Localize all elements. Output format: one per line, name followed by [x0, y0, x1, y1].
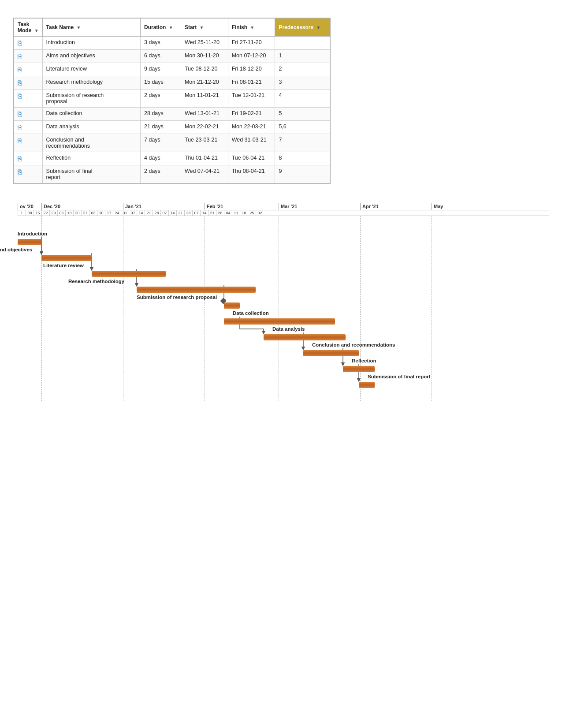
- finish-cell: Tue 06-04-21: [228, 152, 275, 165]
- predecessors-cell: [275, 37, 330, 50]
- gantt-body: IntroductionAims and objectivesLiteratur…: [18, 216, 449, 401]
- duration-cell: 2 days: [141, 90, 181, 108]
- table-row: ⎘Literature review9 daysTue 08-12-20Fri …: [14, 63, 330, 76]
- start-cell: Mon 30-11-20: [181, 50, 228, 63]
- gantt-bar: [303, 350, 359, 356]
- th-task-mode[interactable]: TaskMode ▼: [14, 19, 43, 37]
- day-cell: 14: [137, 210, 145, 216]
- gantt-task-label: Introduction: [18, 231, 47, 236]
- duration-cell: 4 days: [141, 152, 181, 165]
- day-cell: 17: [105, 210, 113, 216]
- table-row: ⎘Introduction3 daysWed 25-11-20Fri 27-11…: [14, 37, 330, 50]
- gantt-month-row: ov '20 Dec '20 Jan '21 Feb '21 Mar '21 A…: [18, 203, 549, 210]
- finish-cell: Fri 19-02-21: [228, 108, 275, 121]
- task-mode-cell: ⎘: [14, 76, 43, 90]
- th-finish[interactable]: Finish ▼: [228, 19, 275, 37]
- task-mode-icon: ⎘: [18, 155, 22, 162]
- gantt-bar: [137, 287, 256, 293]
- gantt-task-row: Data collection: [18, 309, 449, 325]
- gantt-task-label: Submission of final report: [368, 374, 430, 379]
- gantt-chart: ov '20 Dec '20 Jan '21 Feb '21 Mar '21 A…: [18, 203, 549, 401]
- duration-cell: 2 days: [141, 165, 181, 183]
- day-cell: 11: [232, 210, 240, 216]
- day-cell: 06: [57, 210, 65, 216]
- month-apr: Apr '21: [360, 203, 432, 210]
- month-may: May: [432, 203, 449, 210]
- gantt-task-row: Reflection: [18, 356, 449, 372]
- day-cell: 20: [73, 210, 81, 216]
- month-feb: Feb '21: [205, 203, 279, 210]
- finish-cell: Fri 27-11-20: [228, 37, 275, 50]
- gantt-task-row: Literature review: [18, 261, 449, 277]
- day-cell: 29: [49, 210, 57, 216]
- task-mode-icon: ⎘: [18, 123, 22, 131]
- th-task-name[interactable]: Task Name ▼: [42, 19, 140, 37]
- predecessors-cell: 8: [275, 152, 330, 165]
- finish-cell: Mon 22-03-21: [228, 121, 275, 134]
- task-mode-icon: ⎘: [18, 79, 22, 86]
- gantt-task-label: Data collection: [233, 310, 269, 316]
- day-cell: 10: [97, 210, 105, 216]
- task-mode-cell: ⎘: [14, 50, 43, 63]
- gantt-bar: [264, 334, 346, 340]
- duration-cell: 15 days: [141, 76, 181, 90]
- task-mode-icon: ⎘: [18, 137, 22, 144]
- table-row: ⎘Aims and objectives6 daysMon 30-11-20Mo…: [14, 50, 330, 63]
- duration-cell: 6 days: [141, 50, 181, 63]
- start-cell: Thu 01-04-21: [181, 152, 228, 165]
- start-cell: Wed 25-11-20: [181, 37, 228, 50]
- day-cell: 07: [129, 210, 137, 216]
- gantt-task-row: Introduction: [18, 229, 449, 245]
- month-jan: Jan '21: [123, 203, 205, 210]
- th-predecessors[interactable]: Predecessors ▼: [275, 19, 330, 37]
- day-cell: 28: [184, 210, 192, 216]
- day-cell: 28: [216, 210, 224, 216]
- predecessors-cell: 5,6: [275, 121, 330, 134]
- gantt-bar: [18, 239, 41, 245]
- gantt-task-row: Data analysis: [18, 325, 449, 340]
- gantt-task-row: Aims and objectives: [18, 245, 449, 261]
- th-start[interactable]: Start ▼: [181, 19, 228, 37]
- gantt-day-row: 1081522290613202703101724310714212807142…: [18, 210, 549, 216]
- task-mode-cell: ⎘: [14, 165, 43, 183]
- task-mode-cell: ⎘: [14, 121, 43, 134]
- task-mode-icon: ⎘: [18, 168, 22, 175]
- task-mode-cell: ⎘: [14, 63, 43, 76]
- start-cell: Wed 13-01-21: [181, 108, 228, 121]
- task-mode-cell: ⎘: [14, 108, 43, 121]
- finish-cell: Thu 08-04-21: [228, 165, 275, 183]
- gantt-task-row: Submission of research proposal: [18, 293, 449, 309]
- task-name-cell: Literature review: [42, 63, 140, 76]
- day-cell: 28: [153, 210, 160, 216]
- predecessors-cell: 9: [275, 165, 330, 183]
- table-row: ⎘Data analysis21 daysMon 22-02-21Mon 22-…: [14, 121, 330, 134]
- task-name-cell: Data analysis: [42, 121, 140, 134]
- finish-cell: Fri 18-12-20: [228, 63, 275, 76]
- gantt-task-row: Submission of final report: [18, 372, 449, 388]
- start-cell: Wed 07-04-21: [181, 165, 228, 183]
- day-cell: 14: [200, 210, 208, 216]
- table-row: ⎘Submission of researchproposal2 daysMon…: [14, 90, 330, 108]
- day-cell: 22: [41, 210, 49, 216]
- gantt-bar: [224, 302, 240, 309]
- month-dec: Dec '20: [41, 203, 123, 210]
- day-cell: 15: [33, 210, 41, 216]
- day-cell: 07: [192, 210, 200, 216]
- predecessors-cell: 7: [275, 134, 330, 152]
- day-cell: 07: [160, 210, 168, 216]
- th-duration[interactable]: Duration ▼: [141, 19, 181, 37]
- gantt-task-row: Conclusion and recommendations: [18, 340, 449, 356]
- task-mode-cell: ⎘: [14, 152, 43, 165]
- task-name-cell: Data collection: [42, 108, 140, 121]
- duration-cell: 7 days: [141, 134, 181, 152]
- gantt-task-row: Research methodology: [18, 277, 449, 293]
- finish-cell: Fri 08-01-21: [228, 76, 275, 90]
- gantt-task-label: Literature review: [43, 263, 84, 268]
- predecessors-cell: 2: [275, 63, 330, 76]
- day-cell: 27: [81, 210, 89, 216]
- start-cell: Tue 08-12-20: [181, 63, 228, 76]
- month-mar: Mar '21: [279, 203, 360, 210]
- table-row: ⎘Submission of finalreport2 daysWed 07-0…: [14, 165, 330, 183]
- gantt-bar: [92, 271, 166, 277]
- task-name-cell: Conclusion andrecommendations: [42, 134, 140, 152]
